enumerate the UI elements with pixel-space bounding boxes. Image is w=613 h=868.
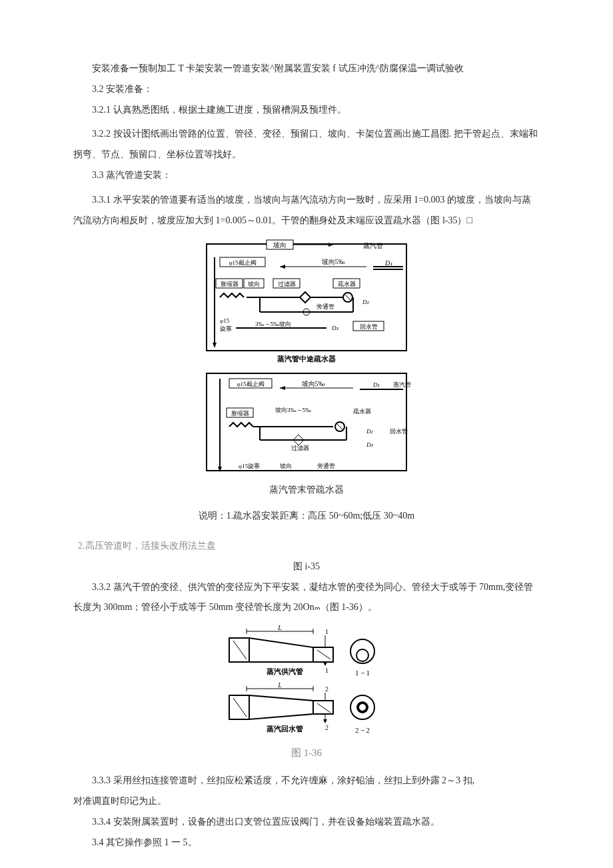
fig136-caption: 图 1-36	[291, 742, 322, 764]
label-pohui: 坡向	[273, 241, 287, 249]
label-valve-phi15: φ15截止阀	[229, 259, 256, 266]
figure-1-35-svg: 坡向 蒸汽管 φ15截止阀 坡向5‰ D₁ 胀缩器 坡向	[200, 237, 413, 477]
fig135-caption4: 图 i-35	[73, 557, 540, 577]
svg-marker-47	[249, 638, 313, 662]
figure-1-35: 坡向 蒸汽管 φ15截止阀 坡向5‰ D₁ 胀缩器 坡向	[73, 237, 540, 529]
label-phi15plug-l: φ15旋塞	[239, 463, 260, 469]
label-bypass-u: 旁通管	[316, 303, 334, 310]
fig135-caption3: 2.高压管道时，活接头改用法兰盘	[78, 536, 540, 557]
label-expander-u: 胀缩器	[221, 281, 239, 287]
label-slope5: 坡向5‰	[321, 258, 345, 265]
svg-marker-3	[328, 243, 333, 247]
svg-marker-29	[280, 386, 285, 390]
para-3-2-1: 3.2.1 认真熟悉图纸，根据土建施工进度，预留槽洞及预埋件。	[73, 100, 540, 121]
para-3-3-2: 3.3.2 蒸汽干管的变径、供汽管的变径应为下平安装，凝结水管的变径为同心。管径…	[73, 577, 540, 619]
label-phi15-u: φ15	[220, 317, 230, 324]
label-d3-u: D₃	[331, 325, 339, 331]
label-d1-u: D₁	[384, 259, 392, 267]
svg-marker-59	[249, 695, 313, 719]
para-install-sequence: 安装准备一预制加工 T 卡架安装一管道安装^附属装置安装 f 试压冲洗^防腐保温…	[73, 59, 540, 79]
fig135-caption1: 蒸汽管末管疏水器	[269, 480, 344, 501]
label-plug-u: 旋塞	[220, 325, 232, 332]
label-d2-u: D₂	[362, 299, 370, 305]
document-page: 安装准备一预制加工 T 卡架安装一管道安装^附属装置安装 f 试压冲洗^防腐保温…	[0, 0, 613, 868]
label-pohui-l: 坡向	[279, 463, 292, 469]
label-d2-l: D₂	[366, 428, 374, 435]
para-3-2: 3.2 安装准备：	[73, 79, 540, 100]
label-filter-u: 过滤器	[278, 281, 296, 287]
label-slope5-l: 坡向5‰	[301, 380, 325, 387]
lab-supply: 蒸汽供汽管	[266, 667, 303, 675]
svg-line-17	[344, 294, 351, 301]
svg-point-65	[359, 704, 366, 711]
caption-mid: 蒸汽管中途疏水器	[277, 355, 336, 363]
dim-L2: L	[277, 681, 282, 689]
sec-2-2: 2－2	[355, 726, 370, 734]
label-trap-u: 疏水器	[338, 281, 356, 287]
para-3-3-4: 3.3.4 安装附属装置时，设备的进出口支管位置应设阀门，并在设备始端装置疏水器…	[73, 812, 540, 833]
svg-marker-25	[213, 343, 217, 348]
para-3-3-1: 3.3.1 水平安装的管道要有适当的坡度，当坡向与蒸汽流动方向一致时，应采用 1…	[73, 190, 540, 231]
label-bslope-u: 3‰～5‰坡向	[255, 321, 291, 327]
label-return-l: 回水管	[390, 428, 408, 435]
para-3-4: 3.4 其它操作参照 1 一 5。	[73, 833, 540, 853]
figure-1-36: L 1 1 蒸汽供汽管 1－1	[73, 625, 540, 764]
sec-1a: 1	[325, 628, 328, 635]
para-3-2-2: 3.2.2 按设计图纸画出管路的位置、管径、变径、预留口、坡向、卡架位置画出施工…	[73, 124, 540, 165]
svg-marker-57	[323, 719, 327, 723]
label-d3-l: D₃	[366, 441, 374, 448]
fig135-caption2: 说明：1.疏水器安装距离：高压 50~60m;低压 30~40m	[199, 506, 414, 527]
sec-2b: 2	[325, 724, 328, 731]
svg-rect-48	[313, 647, 333, 662]
para-3-3-3b: 对准调直时印记为止。	[73, 791, 540, 812]
lab-return: 蒸汽回水管	[266, 725, 303, 733]
label-valve-l: φ15截止阀	[237, 381, 264, 387]
label-pohui2-u: 坡向	[247, 281, 260, 287]
svg-point-51	[350, 639, 374, 663]
para-3-3: 3.3 蒸汽管道安装：	[73, 165, 540, 186]
svg-point-52	[356, 649, 368, 661]
svg-marker-6	[280, 265, 285, 269]
label-steam: 蒸汽管	[363, 242, 383, 249]
label-expander-l: 胀缩器	[231, 410, 249, 417]
sec-1-1: 1－1	[355, 669, 370, 677]
svg-marker-14	[300, 292, 310, 303]
label-steam-l: 蒸汽管	[393, 381, 411, 388]
label-return-u: 回水管	[360, 323, 378, 330]
dim-L1: L	[277, 625, 282, 631]
label-d1-l: D₁	[372, 381, 380, 388]
label-trap-l: 疏水器	[353, 408, 371, 415]
sec-1b: 1	[325, 667, 328, 674]
label-slope2-l: 坡向3‰～5‰	[275, 407, 311, 413]
sec-2a: 2	[325, 685, 328, 693]
svg-line-36	[336, 423, 343, 430]
label-bypass-l: 旁通管	[317, 463, 335, 469]
para-3-3-3: 3.3.3 采用丝扣连接管道时，丝扣应松紧适度，不允许缠麻，涂好铅油，丝扣上到外…	[73, 771, 540, 791]
label-filter-l: 过滤器	[291, 445, 309, 451]
figure-1-36-svg: L 1 1 蒸汽供汽管 1－1	[220, 625, 393, 742]
